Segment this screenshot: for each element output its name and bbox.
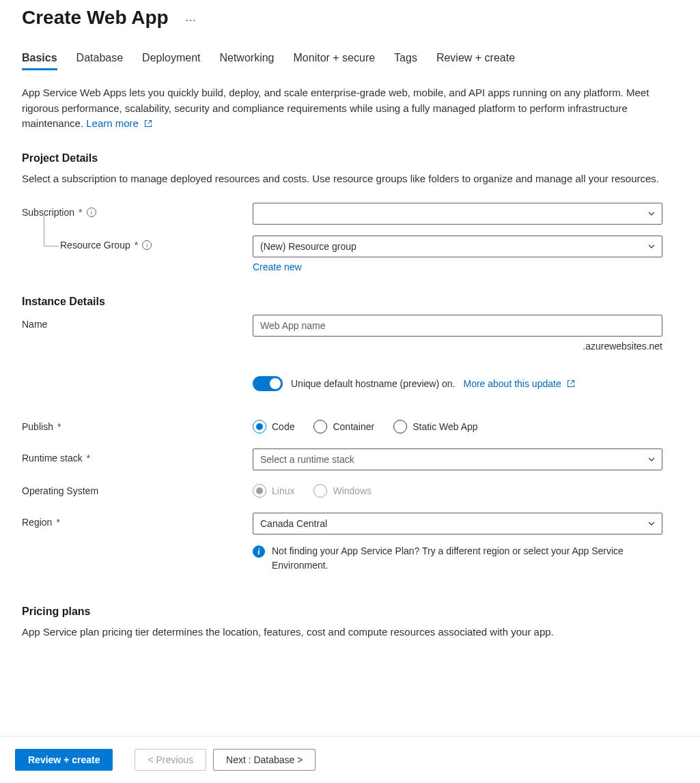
tab-basics[interactable]: Basics	[22, 52, 57, 70]
page-title: Create Web App	[22, 7, 169, 29]
next-button[interactable]: Next : Database >	[213, 749, 316, 771]
tab-networking[interactable]: Networking	[219, 52, 274, 70]
subscription-select[interactable]	[253, 203, 662, 225]
hostname-more-link[interactable]: More about this update	[463, 378, 574, 389]
project-details-description: Select a subscription to manage deployed…	[22, 171, 677, 187]
tabs-bar: Basics Database Deployment Networking Mo…	[22, 52, 678, 70]
instance-details-heading: Instance Details	[22, 296, 678, 308]
external-link-icon	[144, 119, 152, 128]
publish-static-radio[interactable]: Static Web App	[393, 420, 477, 433]
review-create-button[interactable]: Review + create	[15, 749, 113, 771]
name-input[interactable]	[253, 315, 662, 337]
hostname-toggle[interactable]	[253, 376, 283, 391]
publish-radio-group: Code Container Static Web App	[253, 417, 662, 433]
os-radio-group: Linux Windows	[253, 481, 662, 498]
region-info-message: i Not finding your App Service Plan? Try…	[253, 544, 662, 573]
region-label: Region *	[22, 513, 253, 528]
resource-group-select[interactable]: (New) Resource group	[253, 236, 662, 257]
learn-more-link[interactable]: Learn more	[86, 117, 152, 129]
pricing-plans-description: App Service plan pricing tier determines…	[22, 625, 677, 640]
create-new-link[interactable]: Create new	[253, 261, 302, 272]
wizard-footer: Review + create < Previous Next : Databa…	[0, 736, 700, 783]
intro-text: App Service Web Apps lets you quickly bu…	[22, 85, 677, 132]
publish-label: Publish *	[22, 417, 253, 432]
info-icon[interactable]: i	[142, 240, 152, 250]
tab-review-create[interactable]: Review + create	[436, 52, 515, 70]
os-windows-radio: Windows	[313, 484, 372, 498]
region-select[interactable]: Canada Central	[253, 513, 662, 535]
tab-deployment[interactable]: Deployment	[142, 52, 200, 70]
domain-suffix: .azurewebsites.net	[253, 341, 662, 352]
info-icon: i	[253, 545, 265, 558]
pricing-plans-heading: Pricing plans	[22, 606, 678, 618]
runtime-stack-label: Runtime stack *	[22, 449, 253, 464]
more-actions-icon[interactable]: ⋯	[185, 10, 197, 27]
info-icon[interactable]: i	[87, 208, 96, 217]
page-header: Create Web App ⋯	[22, 7, 678, 29]
previous-button: < Previous	[135, 749, 206, 771]
tab-tags[interactable]: Tags	[394, 52, 417, 70]
tab-database[interactable]: Database	[76, 52, 124, 70]
operating-system-label: Operating System	[22, 481, 253, 496]
name-label: Name	[22, 315, 253, 330]
os-linux-radio: Linux	[253, 484, 294, 498]
publish-code-radio[interactable]: Code	[253, 420, 294, 433]
publish-container-radio[interactable]: Container	[313, 420, 374, 433]
hostname-toggle-label: Unique default hostname (preview) on.	[291, 378, 455, 389]
project-details-heading: Project Details	[22, 152, 678, 165]
external-link-icon	[567, 380, 575, 388]
runtime-stack-select[interactable]: Select a runtime stack	[253, 449, 662, 470]
resource-group-label: Resource Group * i	[22, 236, 253, 251]
tab-monitor-secure[interactable]: Monitor + secure	[294, 52, 376, 70]
